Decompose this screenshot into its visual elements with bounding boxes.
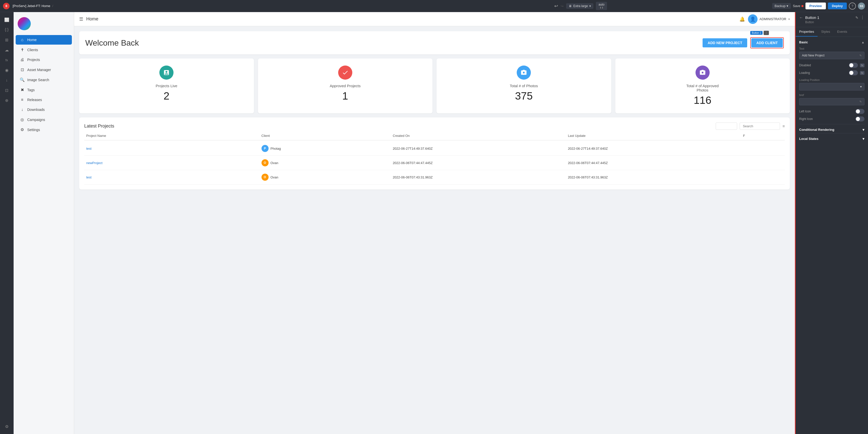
local-states-chevron-icon: ▾ [863,136,865,141]
hamburger-icon[interactable]: ☰ [79,16,83,22]
last-update-cell: 2022-06-06T07:43:31.963Z [566,175,741,179]
undo-button[interactable]: ↩ [554,3,558,9]
stat-label-approved-projects: Approved Projects [263,84,428,88]
panel-more-icon[interactable]: ⋮ [861,15,865,20]
auto-selector[interactable]: auto ⬆⬇ [596,2,607,10]
client-name: Ovan [271,161,278,165]
last-update-cell: 2022-06-06T07:44:47.445Z [566,161,741,165]
panel-body: Basic ▲ Text Add New Project ✎ Disabled … [796,37,868,434]
stat-label-projects-live: Projects Live [84,84,249,88]
href-field-input[interactable]: ✎ [799,98,865,105]
tab-events[interactable]: Events [834,27,851,37]
href-edit-icon[interactable]: ✎ [860,100,862,103]
grid-icon[interactable]: ⊞ [2,35,11,44]
tags-icon: ✖ [20,88,25,92]
settings-sidebar-icon[interactable]: ⚙ [2,422,11,431]
filter-icon[interactable]: ≡ [782,124,785,129]
stat-value-total-photos: 375 [441,90,606,102]
pages-icon[interactable]: ⬜ [2,15,11,24]
stat-icon-approved-projects [338,66,352,80]
panel-edit-icon[interactable]: ✎ [856,15,859,20]
left-icon-label: Left Icon [799,110,811,113]
disabled-fx-badge[interactable]: fx [860,64,865,67]
topbar: 8 [ProServ] Jebel-FT: Home / ↩ ↪ 🖥 Extra… [0,0,868,12]
add-client-button[interactable]: ADD CLIENT [751,38,783,47]
sidebar-item-label: Asset Manager [27,68,51,72]
project-name-cell[interactable]: newProject [84,161,259,165]
device-icon: 🖥 [569,4,572,8]
user-avatar[interactable]: SS [858,2,865,9]
disabled-toggle-row: Disabled fx [799,63,865,68]
app-sidebar: ⌂ Home ✝ Clients 🖨 Projects ⊡ Asset Mana… [13,12,74,434]
loading-toggle-row: Loading fx [799,70,865,75]
loading-fx-badge[interactable]: fx [860,71,865,75]
sidebar-item-campaigns[interactable]: ◎ Campaigns [16,115,72,125]
chevron-down-icon: ▾ [589,4,591,8]
cloud-icon[interactable]: ☁ [2,45,11,55]
rows-select[interactable]: 5 Row(s) ▾ [716,123,737,130]
button-more-icon[interactable]: ⋮ [764,31,769,35]
function-icon[interactable]: fx [2,56,11,65]
welcome-section: Welcome Back ADD NEW PROJECT Button 1 ⋮ … [79,31,790,55]
last-update-cell: 2022-06-27T14:49:37.640Z [566,147,741,151]
sidebar-item-image-search[interactable]: 🔍 Image Search [16,75,72,85]
left-icon-toggle[interactable] [856,109,865,114]
sidebar-item-downloads[interactable]: ↓ Downloads [16,105,72,114]
panel-back-button[interactable]: ← [799,15,803,20]
sidebar-item-label: Tags [27,88,35,92]
client-avatar: P [261,145,269,152]
sidebar-item-projects[interactable]: 🖨 Projects [16,55,72,65]
project-name-cell[interactable]: test [84,147,259,151]
download-sidebar-icon[interactable]: ↓ [2,76,11,85]
project-name-cell[interactable]: test [84,175,259,179]
save-button[interactable]: Save [793,4,803,8]
stat-card-approved-photos: Total # of ApprovedPhotos 116 [615,59,790,113]
palette-icon[interactable]: ◉ [2,66,11,75]
tab-properties[interactable]: Properties [796,27,817,37]
basic-section-title: Basic [799,40,808,44]
sidebar-item-home[interactable]: ⌂ Home [16,35,72,44]
search-input[interactable] [740,123,780,130]
disabled-toggle[interactable] [849,63,858,68]
panel-tabs: Properties Styles Events [796,27,868,37]
loading-position-select[interactable]: ▾ [799,83,865,91]
text-field-edit-icon[interactable]: ✎ [860,54,862,57]
local-states-header[interactable]: Local States ▾ [799,136,865,141]
basic-chevron-icon[interactable]: ▲ [862,41,865,44]
add-new-project-button[interactable]: ADD NEW PROJECT [703,38,747,47]
image-search-icon: 🔍 [20,77,25,82]
client-avatar: O [261,159,269,166]
bell-icon[interactable]: 🔔 [739,16,745,22]
image-sidebar-icon[interactable]: ⊡ [2,86,11,95]
backup-button[interactable]: Backup ▾ [772,3,791,9]
sidebar-item-tags[interactable]: ✖ Tags [16,85,72,95]
save-dot [801,5,803,7]
text-field-input[interactable]: Add New Project ✎ [799,52,865,59]
topbar-title: [ProServ] Jebel-FT: Home / [12,4,390,8]
components-icon[interactable]: {:} [2,25,11,34]
conditional-rendering-header[interactable]: Conditional Rendering ▾ [799,127,865,132]
disabled-label: Disabled [799,64,811,67]
preview-button[interactable]: Preview [805,2,826,9]
tab-styles[interactable]: Styles [817,27,833,37]
sidebar-item-settings[interactable]: ⚙ Settings [16,125,72,135]
sidebar-item-clients[interactable]: ✝ Clients [16,45,72,55]
created-on-cell: 2022-06-06T07:43:31.963Z [391,175,566,179]
database-icon[interactable]: ⊕ [2,96,11,105]
header-user[interactable]: 👤 ADMINISTRATOR ▾ [748,14,790,24]
sidebar-nav: ⌂ Home ✝ Clients 🖨 Projects ⊡ Asset Mana… [13,33,74,434]
stat-icon-projects-live [159,66,174,80]
right-icon-toggle[interactable] [856,116,865,122]
table-controls: 5 Row(s) ▾ ≡ [716,123,785,130]
deploy-button[interactable]: Deploy [828,2,847,9]
stat-card-approved-projects: Approved Projects 1 [258,59,433,113]
sidebar-item-releases[interactable]: ≡ Releases [16,95,72,105]
col-f: F [741,134,785,138]
device-selector[interactable]: 🖥 Extra large ▾ [566,3,593,9]
help-button[interactable]: ? [849,2,856,9]
sidebar-item-asset-manager[interactable]: ⊡ Asset Manager [16,65,72,75]
href-label: href [799,94,865,97]
conditional-chevron-icon: ▾ [863,127,865,132]
loading-toggle[interactable] [849,70,858,75]
app-logo [13,12,74,33]
